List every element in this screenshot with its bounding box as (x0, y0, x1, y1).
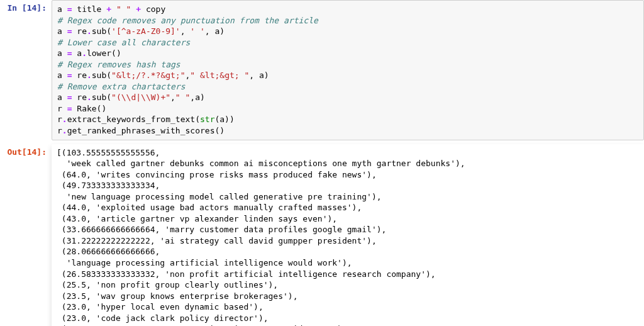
output-prompt: Out[14]: (0, 144, 52, 160)
input-cell: In [14]: a = title + " " + copy # Regex … (0, 0, 644, 140)
code-input-area[interactable]: a = title + " " + copy # Regex code remo… (52, 0, 644, 140)
code-output-area: [(103.55555555555556, 'week called gartn… (52, 144, 644, 326)
input-prompt: In [14]: (0, 0, 52, 16)
code-source[interactable]: a = title + " " + copy # Regex code remo… (57, 4, 638, 137)
output-text: [(103.55555555555556, 'week called gartn… (57, 147, 639, 326)
output-cell: Out[14]: [(103.55555555555556, 'week cal… (0, 144, 644, 326)
